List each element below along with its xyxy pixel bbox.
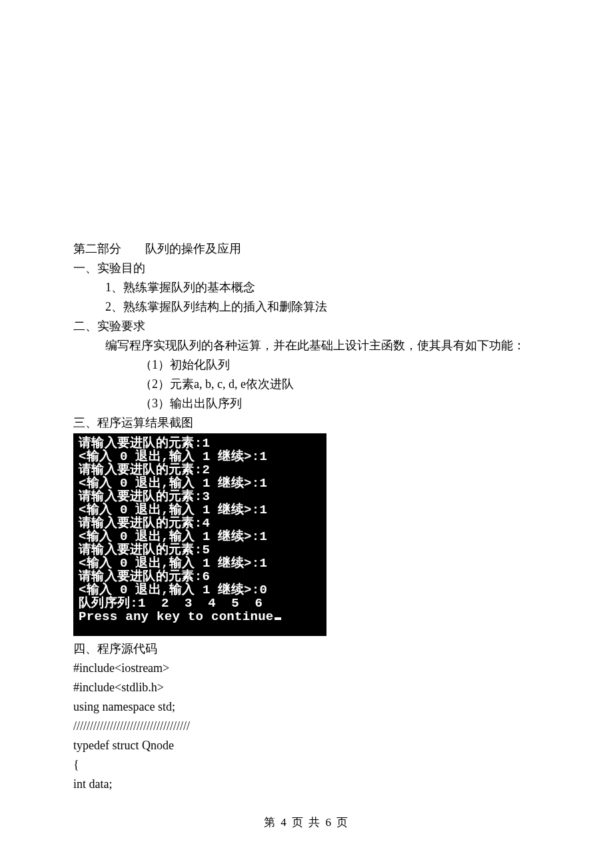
section-3-title: 三、程序运算结果截图 (73, 414, 540, 432)
section-2-intro: 编写程序实现队列的各种运算，并在此基础上设计主函数，使其具有如下功能： (73, 337, 540, 355)
terminal-line: 请输入要进队的元素:4 (79, 517, 321, 530)
terminal-line: <输入 0 退出,输入 1 继续>:1 (79, 557, 321, 570)
section-1-item-2: 2、熟练掌握队列结构上的插入和删除算法 (73, 298, 540, 316)
section-2-point-2: （2）元素a, b, c, d, e依次进队 (73, 375, 540, 393)
terminal-line: 队列序列:1 2 3 4 5 6 (79, 597, 321, 610)
terminal-press-any-key: Press any key to continue (79, 609, 274, 624)
terminal-line: <输入 0 退出,输入 1 继续>:1 (79, 504, 321, 517)
terminal-screenshot: 请输入要进队的元素:1 <输入 0 退出,输入 1 继续>:1 请输入要进队的元… (73, 433, 326, 636)
terminal-line: 请输入要进队的元素:2 (79, 464, 321, 477)
terminal-line: <输入 0 退出,输入 1 继续>:1 (79, 451, 321, 463)
section-1-title: 一、实验目的 (73, 259, 540, 277)
code-line: { (73, 756, 540, 774)
terminal-line: 请输入要进队的元素:1 (79, 437, 321, 450)
code-line: using namespace std; (73, 698, 540, 716)
terminal-line: Press any key to continue (79, 611, 321, 623)
terminal-line: 请输入要进队的元素:6 (79, 571, 321, 583)
section-2-point-3: （3）输出出队序列 (73, 395, 540, 413)
page-footer: 第 4 页 共 6 页 (0, 814, 613, 831)
section-4-title: 四、程序源代码 (73, 640, 540, 658)
code-line: /////////////////////////////////// (73, 717, 540, 735)
terminal-line: 请输入要进队的元素:3 (79, 491, 321, 503)
terminal-line: <输入 0 退出,输入 1 继续>:1 (79, 477, 321, 490)
document-page: 第二部分 队列的操作及应用 一、实验目的 1、熟练掌握队列的基本概念 2、熟练掌… (0, 0, 613, 793)
terminal-line: 请输入要进队的元素:5 (79, 544, 321, 557)
terminal-line: <输入 0 退出,输入 1 继续>:1 (79, 531, 321, 543)
section-2-point-1: （1）初始化队列 (73, 356, 540, 374)
terminal-cursor-icon (275, 617, 281, 620)
code-line: #include<stdlib.h> (73, 679, 540, 697)
code-line: #include<iostream> (73, 659, 540, 677)
code-line: int data; (73, 775, 540, 793)
section-1-item-1: 1、熟练掌握队列的基本概念 (73, 279, 540, 297)
part-title: 第二部分 队列的操作及应用 (73, 240, 540, 258)
terminal-line: <输入 0 退出,输入 1 继续>:0 (79, 584, 321, 597)
code-line: typedef struct Qnode (73, 737, 540, 755)
section-2-title: 二、实验要求 (73, 317, 540, 335)
